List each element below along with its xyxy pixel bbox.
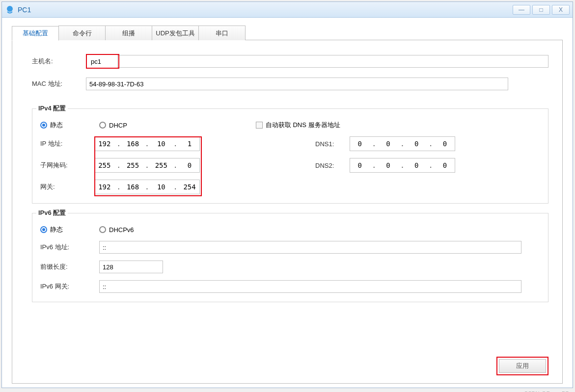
app-window: PC1 — □ X 基础配置 命令行 组播 UDP发包工具 串口 主机名: <box>1 1 573 388</box>
ipv4-auto-dns[interactable]: 自动获取 DNS 服务器地址 <box>256 121 340 130</box>
checkbox-icon <box>256 122 263 129</box>
ipv4-mode-row: 静态 DHCP 自动获取 DNS 服务器地址 <box>40 121 540 130</box>
gw-label: 网关: <box>40 183 94 191</box>
ipv4-radio-static[interactable]: 静态 <box>40 121 99 130</box>
ipv6-mode-row: 静态 DHCPv6 <box>40 225 540 234</box>
row-dns2: DNS2: 0. 0. 0. 0 <box>315 158 540 173</box>
ipv4-radio-dhcp[interactable]: DHCP <box>99 122 127 129</box>
highlight-apply: 应用 <box>496 357 548 375</box>
row-dns1: DNS1: 0. 0. 0. 0 <box>315 136 540 151</box>
tab-serial[interactable]: 串口 <box>198 26 246 40</box>
hostname-input[interactable] <box>88 56 117 67</box>
dns1-label: DNS1: <box>315 140 350 148</box>
dns2-label: DNS2: <box>315 162 350 169</box>
row-hostname: 主机名: <box>32 54 548 69</box>
ipv6-radio-dhcp[interactable]: DHCPv6 <box>99 226 134 234</box>
ipv6-static-label: 静态 <box>50 225 63 234</box>
ip-input[interactable]: 192. 168. 10. 1 <box>94 136 200 151</box>
radio-unselected-icon <box>99 226 106 233</box>
radio-selected-icon <box>40 226 47 233</box>
close-button[interactable]: X <box>552 5 570 15</box>
window-title: PC1 <box>18 6 511 14</box>
ip-label: IP 地址: <box>40 139 94 148</box>
svg-point-0 <box>7 6 13 12</box>
row-ipv6-prefix: 前缀长度: <box>40 261 540 273</box>
ipv4-dhcp-label: DHCP <box>109 122 127 129</box>
ipv6-addr-input[interactable] <box>99 241 521 254</box>
mask-input[interactable]: 255. 255. 255. 0 <box>94 158 200 173</box>
row-ip: IP 地址: 192. 168. 10. 1 <box>40 136 256 151</box>
ipv6-legend: IPv6 配置 <box>36 209 68 217</box>
radio-selected-icon <box>40 122 47 129</box>
ipv6-addr-label: IPv6 地址: <box>40 243 99 252</box>
ipv4-legend: IPv4 配置 <box>36 104 68 113</box>
hostname-input-ext[interactable] <box>117 55 548 68</box>
tab-content: 主机名: MAC 地址: IPv4 配置 静态 <box>12 40 563 384</box>
tab-basic[interactable]: 基础配置 <box>12 26 59 41</box>
ipv6-radio-static[interactable]: 静态 <box>40 225 99 234</box>
ipv6-gw-input[interactable] <box>99 280 521 293</box>
tab-udp[interactable]: UDP发包工具 <box>152 26 199 40</box>
radio-unselected-icon <box>99 122 106 129</box>
mac-label: MAC 地址: <box>32 79 86 88</box>
tab-strip: 基础配置 命令行 组播 UDP发包工具 串口 <box>12 26 563 40</box>
tab-multicast[interactable]: 组播 <box>105 26 152 40</box>
minimize-button[interactable]: — <box>513 5 530 15</box>
mac-input[interactable] <box>86 78 508 90</box>
ipv4-group: IPv4 配置 静态 DHCP 自动获取 DNS 服务器地址 <box>32 104 548 204</box>
row-mac: MAC 地址: <box>32 78 548 90</box>
gw-input[interactable]: 192. 168. 10. 254 <box>94 180 200 194</box>
titlebar: PC1 — □ X <box>2 2 573 18</box>
ipv6-gw-label: IPv6 网关: <box>40 282 99 291</box>
ipv6-dhcp-label: DHCPv6 <box>109 226 134 234</box>
body-area: 基础配置 命令行 组播 UDP发包工具 串口 主机名: MAC 地址: <box>2 18 573 388</box>
hostname-label: 主机名: <box>32 57 86 66</box>
mask-label: 子网掩码: <box>40 161 94 170</box>
ipv4-static-label: 静态 <box>50 121 63 130</box>
maximize-button[interactable]: □ <box>532 5 550 15</box>
row-ipv6-gw: IPv6 网关: <box>40 280 540 293</box>
row-ipv6-addr: IPv6 地址: <box>40 241 540 254</box>
dns2-input[interactable]: 0. 0. 0. 0 <box>350 158 455 173</box>
ipv6-prefix-input[interactable] <box>99 261 163 273</box>
row-gateway: 网关: 192. 168. 10. 254 <box>40 180 256 194</box>
app-icon <box>5 5 15 15</box>
dns1-input[interactable]: 0. 0. 0. 0 <box>350 136 455 151</box>
row-mask: 子网掩码: 255. 255. 255. 0 <box>40 158 256 173</box>
ipv4-auto-dns-label: 自动获取 DNS 服务器地址 <box>266 121 340 130</box>
ipv6-prefix-label: 前缀长度: <box>40 262 99 271</box>
ipv6-group: IPv6 配置 静态 DHCPv6 IPv6 地址: 前 <box>32 209 548 302</box>
tab-cli[interactable]: 命令行 <box>58 26 106 40</box>
apply-button[interactable]: 应用 <box>499 359 546 373</box>
button-row: 应用 <box>32 352 548 375</box>
